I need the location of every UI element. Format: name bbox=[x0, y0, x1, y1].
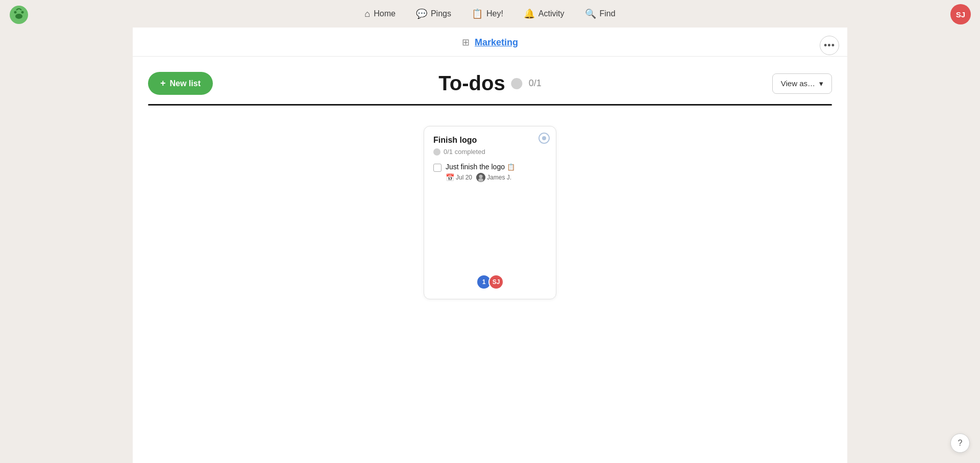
hey-icon: 📋 bbox=[472, 8, 483, 19]
nav-item-activity[interactable]: 🔔 Activity bbox=[524, 8, 565, 19]
todos-title: To-dos bbox=[438, 72, 505, 95]
toolbar-row: + New list To-dos 0/1 View as… ▾ bbox=[148, 57, 832, 95]
cards-area: Finish logo 0/1 completed Just finish th… bbox=[148, 106, 832, 320]
nav-item-hey[interactable]: 📋 Hey! bbox=[472, 8, 503, 19]
svg-point-5 bbox=[479, 175, 483, 178]
card-footer: 1 SJ bbox=[433, 264, 547, 290]
new-list-label: New list bbox=[170, 79, 201, 88]
content-area: + New list To-dos 0/1 View as… ▾ Fini bbox=[133, 57, 847, 320]
todo-item: Just finish the logo 📋 📅 Jul 20 bbox=[433, 163, 547, 182]
nav-label-find: Find bbox=[600, 9, 616, 18]
assignee-avatar bbox=[476, 173, 485, 182]
marketing-header: ⊞ Marketing bbox=[133, 28, 847, 57]
todo-checkbox[interactable] bbox=[433, 164, 442, 172]
calendar-icon: 📅 bbox=[446, 173, 454, 182]
home-icon: ⌂ bbox=[364, 9, 370, 19]
nav-label-home: Home bbox=[374, 9, 396, 18]
todo-item-title: Just finish the logo 📋 bbox=[446, 163, 547, 171]
plus-icon: + bbox=[160, 78, 166, 89]
find-icon: 🔍 bbox=[585, 8, 596, 19]
card-title: Finish logo bbox=[433, 136, 547, 145]
todo-date: 📅 Jul 20 bbox=[446, 173, 472, 182]
assignee-name: James J. bbox=[487, 174, 511, 181]
nav-label-pings: Pings bbox=[431, 9, 451, 18]
new-list-button[interactable]: + New list bbox=[148, 72, 213, 95]
todo-item-title-text: Just finish the logo bbox=[446, 163, 505, 171]
help-label: ? bbox=[958, 439, 963, 448]
footer-avatar-2[interactable]: SJ bbox=[488, 274, 504, 290]
marketing-title[interactable]: Marketing bbox=[475, 37, 518, 48]
nav-label-activity: Activity bbox=[538, 9, 565, 18]
nav-item-find[interactable]: 🔍 Find bbox=[585, 8, 616, 19]
todo-item-content: Just finish the logo 📋 📅 Jul 20 bbox=[446, 163, 547, 182]
todos-progress: 0/1 bbox=[529, 78, 542, 89]
svg-point-6 bbox=[478, 178, 483, 182]
todo-date-text: Jul 20 bbox=[456, 174, 472, 181]
help-button[interactable]: ? bbox=[950, 433, 970, 453]
bg-right bbox=[847, 28, 980, 463]
view-as-label: View as… bbox=[781, 79, 815, 88]
bg-left bbox=[0, 28, 133, 463]
todos-progress-dot bbox=[511, 78, 523, 89]
activity-icon: 🔔 bbox=[524, 8, 535, 19]
nav-item-pings[interactable]: 💬 Pings bbox=[416, 8, 451, 19]
card-completed-text: 0/1 completed bbox=[444, 148, 485, 156]
todo-item-emoji: 📋 bbox=[507, 163, 515, 171]
card-options-button[interactable] bbox=[538, 133, 550, 144]
pings-icon: 💬 bbox=[416, 8, 427, 19]
chevron-down-icon: ▾ bbox=[819, 79, 823, 88]
todo-card: Finish logo 0/1 completed Just finish th… bbox=[424, 126, 556, 299]
panel-options-button[interactable]: ••• bbox=[820, 36, 839, 55]
nav-item-home[interactable]: ⌂ Home bbox=[364, 9, 396, 19]
topnav: ⌂ Home 💬 Pings 📋 Hey! 🔔 Activity 🔍 Find bbox=[0, 0, 980, 28]
nav-label-hey: Hey! bbox=[486, 9, 503, 18]
view-as-button[interactable]: View as… ▾ bbox=[772, 73, 832, 94]
todo-assignee: James J. bbox=[476, 173, 511, 182]
todo-item-meta: 📅 Jul 20 bbox=[446, 173, 547, 182]
main-panel: ⊞ Marketing ••• + New list To-dos 0/1 Vi… bbox=[133, 28, 847, 463]
todos-title-area: To-dos 0/1 bbox=[438, 72, 541, 95]
card-completed-dot bbox=[433, 148, 440, 156]
card-completed-row: 0/1 completed bbox=[433, 148, 547, 156]
grid-icon: ⊞ bbox=[462, 37, 470, 48]
